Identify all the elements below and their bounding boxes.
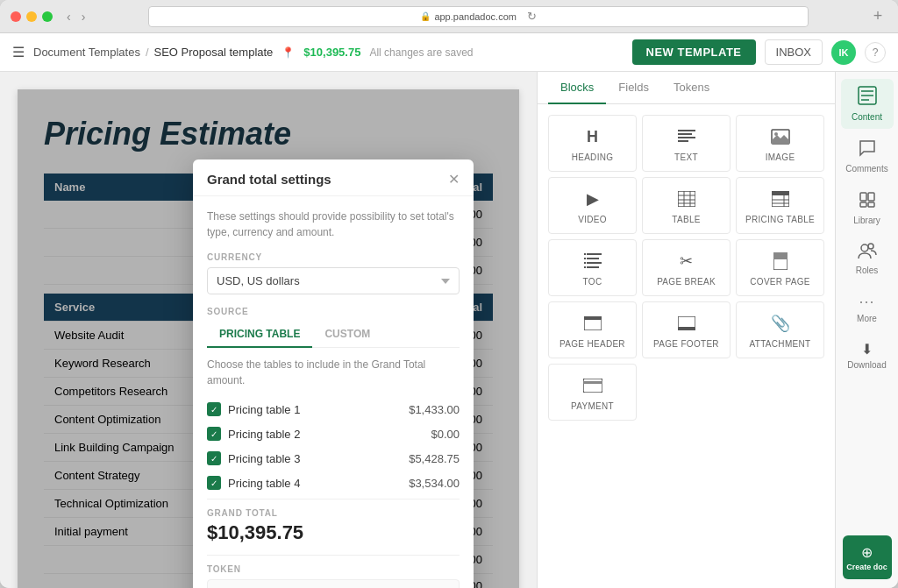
svg-rect-0 bbox=[678, 130, 695, 131]
source-section-label: SOURCE bbox=[207, 307, 460, 316]
table-amount-4: $3,534.00 bbox=[409, 477, 460, 490]
create-doc-icon: ⊕ bbox=[861, 544, 873, 561]
block-image[interactable]: IMAGE bbox=[736, 115, 824, 172]
svg-rect-39 bbox=[868, 193, 874, 201]
more-icon: ··· bbox=[859, 293, 874, 311]
breadcrumb-current[interactable]: SEO Proposal template bbox=[154, 46, 274, 59]
reload-button[interactable]: ↻ bbox=[527, 10, 537, 23]
modal-overlay: Grand total settings ✕ These settings sh… bbox=[18, 89, 519, 588]
table-name-2: Pricing table 2 bbox=[228, 428, 300, 441]
block-text[interactable]: TEXT bbox=[642, 115, 731, 172]
page-header-icon bbox=[584, 311, 602, 336]
block-pricing-table[interactable]: PRICING TABLE bbox=[736, 177, 824, 234]
address-bar[interactable]: 🔒 app.pandadoc.com ↻ bbox=[148, 6, 809, 27]
image-icon bbox=[771, 124, 790, 149]
document-page: Pricing Estimate Name Subtotal $0.00 bbox=[18, 89, 519, 588]
svg-rect-19 bbox=[587, 258, 599, 259]
svg-rect-25 bbox=[584, 266, 586, 268]
block-video[interactable]: ▶ VIDEO bbox=[548, 177, 637, 234]
fullscreen-button[interactable] bbox=[42, 11, 53, 22]
pricing-table-item-3[interactable]: ✓ Pricing table 3 $5,428.75 bbox=[207, 446, 460, 471]
grand-total-label: GRAND TOTAL bbox=[207, 508, 460, 518]
more-label: More bbox=[857, 314, 877, 323]
block-page-header[interactable]: PAGE HEADER bbox=[548, 301, 637, 358]
svg-rect-1 bbox=[678, 133, 692, 135]
page-footer-icon bbox=[678, 311, 695, 336]
new-tab-button[interactable]: + bbox=[868, 7, 887, 26]
icon-bar-content[interactable]: Content bbox=[841, 79, 894, 129]
toc-icon bbox=[584, 249, 602, 273]
block-toc[interactable]: TOC bbox=[548, 239, 637, 296]
svg-rect-29 bbox=[584, 316, 602, 320]
token-label: TOKEN bbox=[207, 564, 460, 574]
modal-header: Grand total settings ✕ bbox=[193, 159, 474, 196]
close-button[interactable] bbox=[11, 11, 21, 22]
app-header: ☰ Document Templates / SEO Proposal temp… bbox=[0, 33, 898, 72]
minimize-button[interactable] bbox=[26, 11, 37, 22]
modal-body: These settings should provide possibilit… bbox=[193, 196, 474, 588]
svg-rect-31 bbox=[678, 327, 695, 330]
icon-bar-library[interactable]: Library bbox=[841, 184, 894, 232]
new-template-button[interactable]: NEW TEMPLATE bbox=[632, 39, 756, 65]
tab-tokens[interactable]: Tokens bbox=[661, 72, 722, 104]
library-label: Library bbox=[853, 216, 880, 225]
main-content: Pricing Estimate Name Subtotal $0.00 bbox=[0, 72, 898, 588]
icon-bar-download[interactable]: ⬇ Download bbox=[844, 334, 889, 377]
token-section: TOKEN [Document.GrandTotal] COPY bbox=[207, 555, 460, 588]
breadcrumb-separator: / bbox=[146, 46, 149, 59]
comments-label: Comments bbox=[845, 164, 887, 174]
tab-blocks[interactable]: Blocks bbox=[548, 72, 606, 104]
tab-fields[interactable]: Fields bbox=[606, 72, 661, 104]
create-doc-button[interactable]: ⊕ Create doc bbox=[843, 535, 892, 579]
cover-page-icon bbox=[773, 249, 788, 273]
custom-tab[interactable]: CUSTOM bbox=[312, 322, 382, 348]
block-cover-page[interactable]: COVER PAGE bbox=[736, 239, 824, 296]
svg-point-42 bbox=[861, 244, 868, 251]
content-label: Content bbox=[852, 112, 882, 122]
payment-icon bbox=[583, 373, 602, 398]
roles-icon bbox=[858, 243, 877, 263]
svg-point-43 bbox=[868, 244, 873, 249]
menu-icon[interactable]: ☰ bbox=[12, 44, 25, 60]
saved-status: All changes are saved bbox=[369, 46, 473, 59]
table-amount-1: $1,433.00 bbox=[409, 403, 460, 416]
icon-bar-comments[interactable]: Comments bbox=[841, 132, 894, 181]
create-doc-label: Create doc bbox=[846, 563, 887, 571]
block-heading[interactable]: H HEADING bbox=[548, 115, 637, 172]
icon-bar-roles[interactable]: Roles bbox=[841, 236, 894, 282]
svg-marker-5 bbox=[772, 135, 789, 144]
block-page-footer[interactable]: PAGE FOOTER bbox=[642, 301, 731, 358]
svg-rect-3 bbox=[678, 140, 688, 142]
checkbox-2[interactable]: ✓ bbox=[207, 427, 221, 441]
block-table[interactable]: TABLE bbox=[642, 177, 731, 234]
pricing-table-tab[interactable]: PRICING TABLE bbox=[207, 322, 312, 348]
pricing-table-item-1[interactable]: ✓ Pricing table 1 $1,433.00 bbox=[207, 397, 460, 422]
inbox-button[interactable]: INBOX bbox=[765, 39, 823, 65]
breadcrumb-root[interactable]: Document Templates bbox=[33, 46, 140, 59]
forward-button[interactable]: › bbox=[78, 8, 89, 25]
icon-bar: Content Comments Library Roles bbox=[835, 72, 898, 588]
avatar[interactable]: IK bbox=[831, 40, 856, 65]
svg-rect-14 bbox=[772, 191, 789, 195]
currency-select[interactable]: USD, US dollars bbox=[207, 267, 460, 294]
svg-rect-7 bbox=[678, 191, 695, 207]
grand-total-modal: Grand total settings ✕ These settings sh… bbox=[193, 159, 474, 588]
pricing-table-icon bbox=[772, 187, 789, 211]
checkbox-4[interactable]: ✓ bbox=[207, 476, 221, 490]
pricing-table-item-2[interactable]: ✓ Pricing table 2 $0.00 bbox=[207, 422, 460, 446]
table-amount-3: $5,428.75 bbox=[409, 452, 460, 465]
back-button[interactable]: ‹ bbox=[63, 8, 75, 25]
right-sidebar: Blocks Fields Tokens H HEADING TEXT bbox=[537, 72, 835, 588]
pricing-table-item-4[interactable]: ✓ Pricing table 4 $3,534.00 bbox=[207, 471, 460, 495]
block-payment[interactable]: PAYMENT bbox=[548, 364, 637, 421]
icon-bar-more[interactable]: ··· More bbox=[841, 286, 894, 330]
heading-icon: H bbox=[587, 124, 598, 149]
modal-close-button[interactable]: ✕ bbox=[448, 173, 460, 187]
svg-rect-22 bbox=[584, 253, 586, 255]
checkbox-3[interactable]: ✓ bbox=[207, 451, 221, 465]
checkbox-1[interactable]: ✓ bbox=[207, 402, 221, 416]
block-page-break[interactable]: ✂ PAGE BREAK bbox=[642, 239, 731, 296]
document-area: Pricing Estimate Name Subtotal $0.00 bbox=[0, 72, 537, 588]
block-attachment[interactable]: 📎 ATTACHMENT bbox=[736, 301, 824, 358]
help-button[interactable]: ? bbox=[865, 42, 886, 63]
